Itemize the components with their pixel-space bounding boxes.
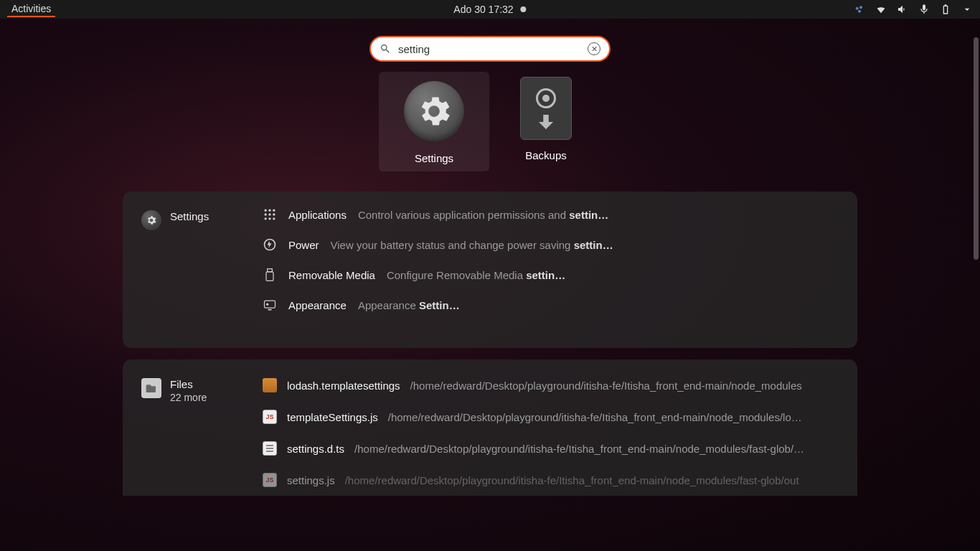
search-input[interactable]	[398, 43, 580, 55]
svg-point-7	[268, 213, 270, 215]
backups-icon	[520, 77, 572, 140]
svg-rect-17	[268, 309, 272, 311]
settings-result-removable-media[interactable]: Removable Media Configure Removable Medi…	[263, 268, 840, 282]
panel-title: Settings	[170, 210, 209, 222]
svg-point-6	[265, 213, 267, 215]
files-results-panel: Files 22 more lodash.templatesettings /h…	[123, 359, 857, 496]
search-icon	[380, 43, 391, 55]
js-file-icon: JS	[263, 410, 277, 424]
settings-category-icon	[141, 210, 161, 230]
panel-subtitle[interactable]: 22 more	[170, 392, 207, 403]
app-result-settings[interactable]: Settings	[379, 72, 489, 171]
scrollbar[interactable]	[974, 37, 979, 260]
svg-point-5	[273, 209, 275, 212]
tray-app-icon[interactable]	[854, 4, 865, 15]
power-icon	[263, 237, 277, 252]
settings-result-appearance[interactable]: Appearance Appearance Settin…	[263, 298, 840, 312]
text-file-icon	[263, 441, 277, 456]
settings-result-applications[interactable]: Applications Control various application…	[263, 207, 840, 222]
settings-icon	[404, 81, 464, 141]
panel-title: Files	[170, 378, 207, 390]
svg-rect-14	[266, 272, 273, 281]
battery-icon[interactable]	[940, 4, 951, 15]
app-results: Settings Backups	[403, 77, 577, 164]
file-result[interactable]: settings.d.ts /home/redward/Desktop/play…	[263, 441, 840, 456]
file-result[interactable]: JS templateSettings.js /home/redward/Des…	[263, 410, 840, 424]
network-icon[interactable]	[875, 4, 887, 15]
app-label: Settings	[415, 152, 453, 164]
svg-point-0	[856, 7, 859, 10]
folder-icon	[263, 378, 277, 392]
microphone-icon[interactable]	[918, 4, 930, 15]
svg-point-8	[273, 213, 275, 215]
svg-point-4	[268, 209, 270, 212]
js-file-icon: JS	[263, 473, 277, 487]
app-result-backups[interactable]: Backups	[515, 77, 577, 164]
settings-result-power[interactable]: Power View your battery status and chang…	[263, 237, 840, 252]
usb-icon	[263, 268, 277, 282]
svg-point-9	[265, 217, 267, 220]
activities-button[interactable]: Activities	[7, 1, 55, 17]
search-bar[interactable]: ✕	[369, 36, 611, 62]
clock[interactable]: Ado 30 17:32	[453, 4, 513, 15]
app-label: Backups	[525, 149, 567, 161]
svg-point-1	[859, 6, 862, 9]
chevron-down-icon[interactable]	[961, 4, 973, 15]
apps-grid-icon	[263, 207, 277, 222]
appearance-icon	[263, 298, 277, 312]
svg-rect-15	[265, 301, 275, 308]
files-category-icon	[141, 378, 161, 398]
svg-point-10	[268, 217, 270, 220]
settings-results-panel: Settings Applications Control various ap…	[123, 192, 857, 348]
file-result[interactable]: JS settings.js /home/redward/Desktop/pla…	[263, 473, 840, 487]
svg-point-16	[266, 303, 268, 306]
clear-search-button[interactable]: ✕	[588, 42, 600, 55]
notification-dot-icon	[521, 6, 527, 12]
svg-point-2	[858, 10, 861, 13]
volume-icon[interactable]	[897, 4, 908, 15]
system-tray[interactable]	[854, 4, 973, 15]
top-bar: Activities Ado 30 17:32	[0, 0, 980, 19]
svg-point-11	[273, 217, 275, 220]
file-result[interactable]: lodash.templatesettings /home/redward/De…	[263, 378, 840, 392]
svg-point-3	[265, 209, 267, 212]
